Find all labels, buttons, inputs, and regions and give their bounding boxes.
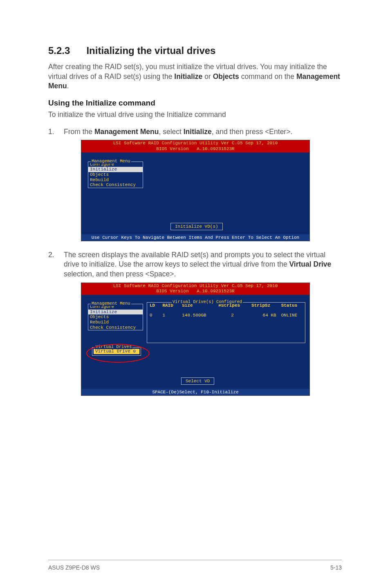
step-1-text: From the Management Menu, select Initial… xyxy=(64,127,342,137)
step2-b1: Virtual Drive xyxy=(289,260,331,268)
intro-paragraph: After creating the RAID set(s), you must… xyxy=(48,62,342,91)
vd-configured-legend: Virtual Drive(s) Configured xyxy=(172,299,243,304)
bios-screen-1: LSI Software RAID Configuration Utility … xyxy=(81,140,310,241)
vd-d-stripes: 2 xyxy=(216,312,249,318)
step2-post: selection, and then press <Space>. xyxy=(64,270,176,278)
initialize-vd-prompt: Initialize VD(s) xyxy=(170,223,223,230)
management-menu-legend-1: Management Menu xyxy=(91,159,131,164)
section-number: 5.2.3 xyxy=(48,45,70,56)
vd-d-status: ONLINE xyxy=(279,312,305,318)
vd-configured-frame: Virtual Drive(s) Configured LD RAID Size… xyxy=(147,302,305,343)
section-title: Initializing the virtual drives xyxy=(86,45,215,56)
menu-item-check-consistency-1[interactable]: Check Consistency xyxy=(88,182,143,188)
menu-item-initialize-2[interactable]: Initialize xyxy=(88,310,143,315)
step-1-number: 1. xyxy=(48,127,64,137)
step-2-number: 2. xyxy=(48,250,64,279)
step-1: 1. From the Management Menu, select Init… xyxy=(48,127,342,137)
step1-pre: From the xyxy=(64,128,94,136)
select-vd-prompt: Select VD xyxy=(181,377,214,385)
bios-title-1b: BIOS Version A.10.09231523R xyxy=(156,146,234,151)
intro-b2: Objects xyxy=(213,72,239,81)
bios-title-1a: LSI Software RAID Configuration Utility … xyxy=(113,141,278,146)
step-2-text: The screen displays the available RAID s… xyxy=(64,250,342,279)
step1-post: , and then press <Enter>. xyxy=(212,128,293,136)
step2-pre: The screen displays the available RAID s… xyxy=(64,251,325,269)
bios-title-2: LSI Software RAID Configuration Utility … xyxy=(81,283,309,295)
bios-screen-2: LSI Software RAID Configuration Utility … xyxy=(81,283,310,396)
virtual-drive-0-item[interactable]: Virtual Drive 0 xyxy=(94,349,139,354)
intro-post: . xyxy=(67,82,69,90)
intro-mid2: command on the xyxy=(239,72,296,81)
step1-b1: Management Menu xyxy=(94,128,159,136)
virtual-drives-legend: Virtual Drives xyxy=(95,344,132,349)
vd-data-row xyxy=(147,308,305,312)
bios-title-1: LSI Software RAID Configuration Utility … xyxy=(81,140,309,153)
footer-left: ASUS Z9PE-D8 WS xyxy=(48,564,100,571)
bios-body-1: Management Menu Configure Initialize Obj… xyxy=(81,153,309,234)
bios-title-2a: LSI Software RAID Configuration Utility … xyxy=(113,283,278,288)
virtual-drives-frame: Virtual Drives Virtual Drive 0 xyxy=(92,347,141,356)
menu-item-check-consistency-2[interactable]: Check Consistency xyxy=(88,325,143,330)
vd-d-ld: 0 xyxy=(147,312,160,318)
step1-b2: Initialize xyxy=(184,128,212,136)
footer-right: 5-13 xyxy=(330,564,342,571)
bios-body-2: Virtual Drive(s) Configured LD RAID Size… xyxy=(81,295,309,389)
step1-mid: , select xyxy=(159,128,183,136)
intro-b1: Initialize xyxy=(174,72,202,81)
management-menu-frame-2: Management Menu Configure Initialize Obj… xyxy=(88,304,143,330)
vd-h-status: Status xyxy=(279,303,305,308)
bios-help-1: Use Cursor Keys To Navigate Between Item… xyxy=(81,234,309,241)
vd-h-stripsz: StripSz xyxy=(249,303,279,308)
menu-item-rebuild-2[interactable]: Rebuild xyxy=(88,320,143,325)
menu-item-rebuild-1[interactable]: Rebuild xyxy=(88,177,143,183)
step-2: 2. The screen displays the available RAI… xyxy=(48,250,342,279)
section-heading: 5.2.3Initializing the virtual drives xyxy=(48,45,342,56)
vd-d-raid: 1 xyxy=(160,312,179,318)
page-footer: ASUS Z9PE-D8 WS 5-13 xyxy=(48,560,342,571)
bios-title-2b: BIOS Version A.10.09231523R xyxy=(156,289,234,294)
management-menu-legend-2: Management Menu xyxy=(91,301,131,306)
management-menu-frame-1: Management Menu Configure Initialize Obj… xyxy=(88,162,143,188)
menu-item-objects-2[interactable]: Objects xyxy=(88,314,143,320)
intro-mid1: or xyxy=(202,72,213,81)
menu-item-initialize-1[interactable]: Initialize xyxy=(88,167,143,172)
sub1-text: To initialize the virtual drive using th… xyxy=(48,110,342,120)
bios-help-2: SPACE-(De)Select, F10-Initialize xyxy=(81,389,309,395)
vd-d-stripsz: 64 KB xyxy=(249,312,279,318)
sub-heading-initialize: Using the Initialize command xyxy=(48,99,342,108)
vd-data-row-0: 0 1 148.580GB 2 64 KB ONLINE xyxy=(147,312,305,318)
vd-d-size: 148.580GB xyxy=(179,312,216,318)
vd-h-ld: LD xyxy=(147,303,160,308)
menu-item-objects-1[interactable]: Objects xyxy=(88,172,143,177)
